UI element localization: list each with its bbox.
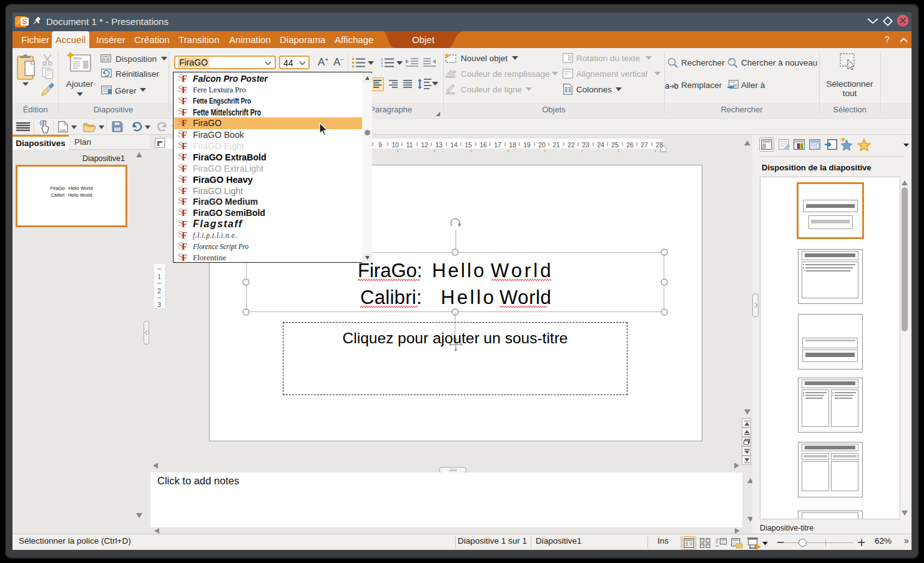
svg-text:20: 20 <box>538 141 546 149</box>
svg-text:27: 27 <box>641 141 648 149</box>
svg-text:19: 19 <box>523 141 531 149</box>
svg-text:3: 3 <box>381 65 383 68</box>
svg-text:14: 14 <box>450 141 458 149</box>
svg-text:23: 23 <box>582 141 589 149</box>
svg-text:13: 13 <box>435 141 443 149</box>
svg-text:10: 10 <box>391 141 399 149</box>
svg-text:16: 16 <box>479 141 487 149</box>
svg-text:3: 3 <box>157 301 161 308</box>
svg-text:12: 12 <box>421 141 428 149</box>
svg-text:11: 11 <box>406 141 413 149</box>
svg-text:17: 17 <box>494 141 501 149</box>
svg-text:21: 21 <box>553 141 560 149</box>
svg-text:22: 22 <box>568 141 575 149</box>
svg-text:24: 24 <box>597 141 604 149</box>
svg-text:S: S <box>22 17 27 26</box>
svg-text:18: 18 <box>509 141 516 149</box>
svg-text:26: 26 <box>626 141 634 149</box>
svg-text:25: 25 <box>611 141 619 149</box>
svg-text:15: 15 <box>464 141 472 149</box>
svg-text:9: 9 <box>378 141 382 149</box>
svg-text:2: 2 <box>157 288 161 295</box>
svg-text:1: 1 <box>157 273 161 280</box>
